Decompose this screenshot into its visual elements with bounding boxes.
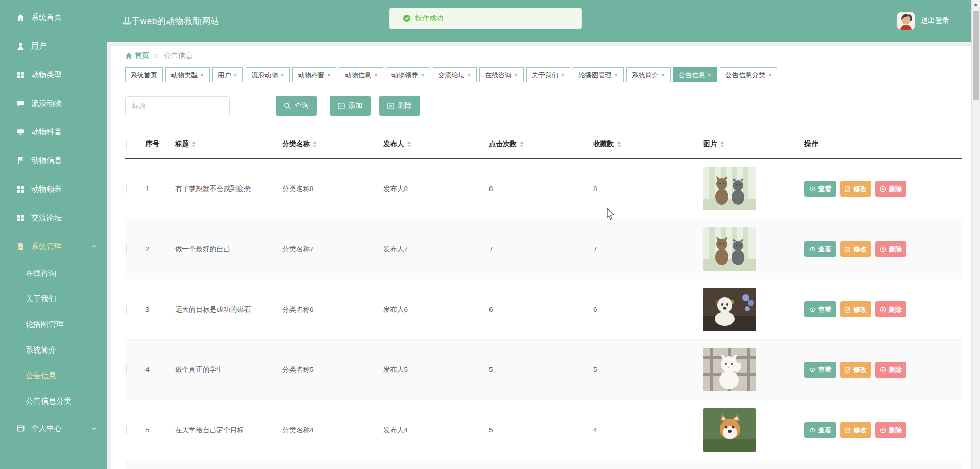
tab-close-icon[interactable]: × (614, 72, 618, 78)
search-icon (284, 102, 291, 109)
cell-title: 远大的目标是成功的磁石 (175, 305, 282, 314)
tab-label: 公告信息分类 (725, 71, 765, 80)
grid-icon (17, 71, 24, 79)
tab-14[interactable]: 公告信息分类 × (720, 67, 777, 82)
row-delete-button[interactable]: 删除 (875, 181, 906, 197)
tab-close-icon[interactable]: × (708, 72, 712, 78)
breadcrumb-home-link[interactable]: 首页 (125, 51, 149, 60)
edit-button[interactable]: 修改 (840, 241, 871, 257)
sort-carets[interactable] (313, 141, 317, 147)
sort-carets[interactable] (407, 141, 411, 147)
tab-13[interactable]: 公告信息 × (673, 67, 718, 82)
tab-close-icon[interactable]: × (661, 72, 665, 78)
title-search-input[interactable] (125, 96, 230, 115)
sort-carets[interactable] (520, 141, 524, 147)
check-circle-icon (403, 14, 411, 22)
tab-8[interactable]: 交流论坛 × (433, 67, 477, 82)
cell-index: 2 (145, 245, 175, 253)
scrollbar-thumb[interactable] (973, 11, 979, 100)
row-checkbox[interactable] (126, 305, 127, 314)
tab-close-icon[interactable]: × (768, 72, 772, 78)
view-button[interactable]: 查看 (804, 301, 836, 317)
tab-2[interactable]: 动物类型 × (165, 67, 210, 82)
column-header: 序号 (145, 139, 175, 149)
tab-1[interactable]: 系统首页 (125, 67, 163, 82)
sidebar-item-7[interactable]: 动物领养 (0, 175, 107, 203)
cell-category: 分类名称5 (282, 365, 383, 374)
tab-4[interactable]: 流浪动物 × (246, 67, 290, 82)
tab-close-icon[interactable]: × (514, 72, 518, 78)
add-button[interactable]: 添加 (330, 96, 371, 116)
select-all-checkbox[interactable] (126, 140, 127, 149)
view-button[interactable]: 查看 (804, 241, 836, 257)
sidebar-item-5[interactable]: 动物科普 (0, 118, 107, 146)
sidebar-item-14[interactable]: 公告信息 (0, 363, 107, 388)
content-area: 首页 公告信息 系统首页 动物类型 × 用户 × 流浪动物 × 动物科普 × 动… (107, 42, 980, 469)
cell-publisher: 发布人8 (383, 184, 489, 194)
view-button[interactable]: 查看 (804, 181, 836, 197)
logout-button[interactable]: 退出登录 (921, 16, 949, 26)
tab-close-icon[interactable]: × (327, 72, 331, 78)
tab-5[interactable]: 动物科普 × (292, 67, 337, 82)
row-delete-button[interactable]: 删除 (875, 301, 906, 317)
tab-close-icon[interactable]: × (280, 72, 284, 78)
sidebar-item-10[interactable]: 在线咨询 (0, 261, 107, 286)
tab-close-icon[interactable]: × (561, 72, 565, 78)
tabby-kittens-image (703, 167, 756, 210)
tab-9[interactable]: 在线咨询 × (479, 67, 524, 82)
cell-publisher: 发布人7 (383, 245, 489, 254)
sidebar-item-13[interactable]: 系统简介 (0, 337, 107, 363)
tab-label: 动物类型 (171, 71, 198, 80)
tab-11[interactable]: 轮播图管理 × (573, 67, 624, 82)
query-button[interactable]: 查询 (276, 96, 317, 116)
edit-button[interactable]: 修改 (840, 422, 871, 438)
sidebar-item-label: 轮播图管理 (26, 320, 64, 330)
row-checkbox[interactable] (126, 245, 127, 253)
row-delete-button[interactable]: 删除 (875, 422, 906, 438)
tab-3[interactable]: 用户 × (212, 67, 243, 82)
sidebar-item-label: 动物信息 (31, 156, 62, 166)
tab-7[interactable]: 动物领养 × (386, 67, 430, 82)
sidebar-item-2[interactable]: 用户 (0, 32, 107, 60)
table-row: 3 远大的目标是成功的磁石 分类名称6 发布人6 6 6 查看 修改 删除 (125, 279, 962, 340)
tab-12[interactable]: 系统简介 × (626, 67, 671, 82)
edit-button[interactable]: 修改 (840, 362, 871, 378)
edit-button[interactable]: 修改 (840, 181, 871, 197)
row-delete-button[interactable]: 删除 (875, 362, 906, 378)
view-button[interactable]: 查看 (804, 362, 836, 378)
tab-close-icon[interactable]: × (200, 72, 204, 78)
sidebar-item-15[interactable]: 公告信息分类 (0, 388, 107, 414)
tab-close-icon[interactable]: × (468, 72, 472, 78)
sort-carets[interactable] (720, 141, 724, 147)
row-delete-button[interactable]: 删除 (875, 241, 906, 257)
row-checkbox[interactable] (126, 184, 127, 193)
sort-desc-icon (617, 145, 621, 147)
sidebar-item-8[interactable]: 交流论坛 (0, 203, 107, 232)
tab-10[interactable]: 关于我们 × (526, 67, 571, 82)
sidebar-item-6[interactable]: 动物信息 (0, 146, 107, 175)
sort-carets[interactable] (617, 141, 621, 147)
cell-clicks: 5 (489, 426, 593, 434)
sidebar-item-1[interactable]: 系统首页 (0, 3, 107, 32)
tab-close-icon[interactable]: × (234, 72, 238, 78)
page-scrollbar[interactable] (971, 0, 980, 469)
row-actions: 查看 修改 删除 (804, 241, 962, 257)
tab-6[interactable]: 动物信息 × (339, 67, 383, 82)
sidebar-item-16[interactable]: 个人中心 (0, 414, 107, 442)
sidebar-item-4[interactable]: 流浪动物 (0, 89, 107, 118)
edit-button[interactable]: 修改 (840, 301, 871, 317)
tab-close-icon[interactable]: × (374, 72, 378, 78)
row-checkbox[interactable] (126, 365, 127, 374)
sidebar-item-12[interactable]: 轮播图管理 (0, 312, 107, 337)
view-button[interactable]: 查看 (804, 422, 836, 438)
row-checkbox[interactable] (126, 426, 127, 434)
scrollbar-up-arrow[interactable] (972, 0, 980, 9)
sidebar-item-9[interactable]: 系统管理 (0, 232, 107, 261)
sort-carets[interactable] (192, 141, 196, 147)
sidebar-item-11[interactable]: 关于我们 (0, 286, 107, 312)
delete-button[interactable]: 删除 (379, 96, 420, 116)
tab-label: 动物领养 (391, 71, 418, 80)
tab-close-icon[interactable]: × (421, 72, 425, 78)
sidebar-item-3[interactable]: 动物类型 (0, 60, 107, 89)
avatar (897, 12, 915, 30)
